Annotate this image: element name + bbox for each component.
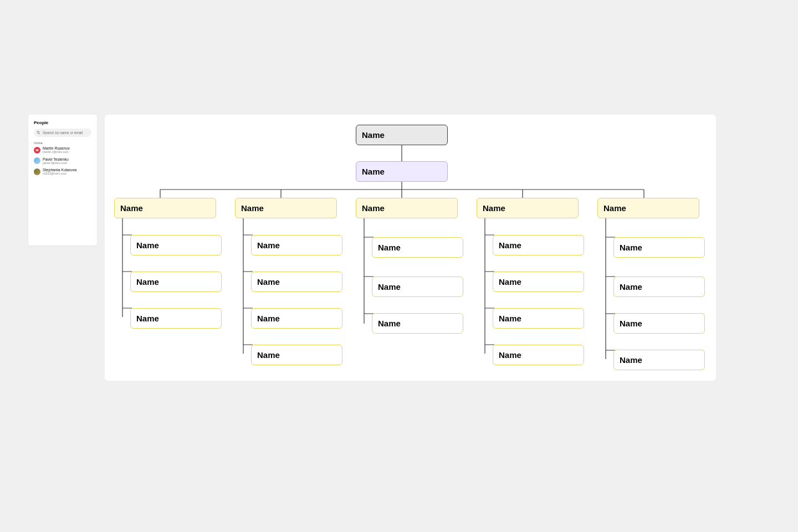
org-node-member[interactable]: Name [130, 272, 222, 292]
node-label: Name [620, 319, 642, 328]
org-node-member[interactable]: Name [130, 235, 222, 255]
search-input[interactable] [43, 131, 89, 135]
org-node-root[interactable]: Name [356, 125, 448, 145]
node-label: Name [378, 319, 401, 328]
node-label: Name [620, 355, 642, 365]
node-label: Name [499, 241, 521, 250]
org-node-team[interactable]: Name [235, 198, 337, 218]
org-node-member[interactable]: Name [251, 272, 342, 292]
avatar [34, 157, 40, 164]
org-node-member[interactable]: Name [251, 345, 342, 365]
node-label: Name [257, 350, 280, 360]
org-node-member[interactable]: Name [493, 345, 584, 365]
node-label: Name [362, 203, 385, 213]
node-label: Name [136, 277, 159, 287]
node-label: Name [362, 167, 385, 176]
org-node-team[interactable]: Name [597, 198, 699, 218]
avatar: M [34, 147, 40, 154]
node-label: Name [378, 243, 401, 252]
node-label: Name [499, 314, 521, 323]
node-label: Name [603, 203, 626, 213]
person-email: martin.r@miro.com [43, 150, 70, 154]
org-node-member[interactable]: Name [613, 237, 705, 258]
node-label: Name [483, 203, 505, 213]
node-label: Name [499, 277, 521, 287]
person-name: Pavel Teslenko [43, 157, 69, 161]
org-node-team[interactable]: Name [114, 198, 216, 218]
node-label: Name [499, 350, 521, 360]
person-row[interactable]: Pavel Teslenko pavel.t@miro.com [34, 157, 91, 165]
people-panel: People Online M Martin Rusenov martin.r@… [28, 115, 97, 245]
org-node-member[interactable]: Name [613, 313, 705, 334]
org-node-sub[interactable]: Name [356, 161, 448, 182]
people-title: People [34, 120, 91, 125]
org-node-member[interactable]: Name [372, 237, 463, 258]
org-node-member[interactable]: Name [372, 313, 463, 334]
org-node-member[interactable]: Name [493, 272, 584, 292]
node-label: Name [136, 314, 159, 323]
node-label: Name [136, 241, 159, 250]
org-chart-canvas[interactable]: Name Name Name Name Name Name Name Name … [105, 115, 716, 381]
search-box[interactable] [34, 129, 91, 137]
node-label: Name [620, 282, 642, 291]
person-email: pavel.t@miro.com [43, 161, 69, 165]
node-label: Name [378, 282, 401, 291]
person-email: s3212@miro.com [43, 172, 76, 176]
org-node-team[interactable]: Name [477, 198, 579, 218]
person-row[interactable]: Stephania Kolarova s3212@miro.com [34, 168, 91, 176]
node-label: Name [120, 203, 143, 213]
org-node-member[interactable]: Name [493, 308, 584, 329]
person-name: Martin Rusenov [43, 146, 70, 150]
node-label: Name [362, 130, 385, 140]
node-label: Name [257, 314, 280, 323]
org-node-member[interactable]: Name [130, 308, 222, 329]
node-label: Name [257, 277, 280, 287]
section-online-label: Online [34, 141, 91, 145]
search-icon [37, 131, 40, 135]
org-node-member[interactable]: Name [613, 277, 705, 297]
org-node-team[interactable]: Name [356, 198, 458, 218]
org-node-member[interactable]: Name [251, 235, 342, 255]
node-label: Name [241, 203, 264, 213]
org-node-member[interactable]: Name [251, 308, 342, 329]
org-node-member[interactable]: Name [372, 277, 463, 297]
node-label: Name [620, 243, 642, 252]
org-node-member[interactable]: Name [613, 350, 705, 370]
person-row[interactable]: M Martin Rusenov martin.r@miro.com [34, 146, 91, 154]
avatar [34, 168, 40, 175]
node-label: Name [257, 241, 280, 250]
org-node-member[interactable]: Name [493, 235, 584, 255]
person-name: Stephania Kolarova [43, 168, 76, 172]
